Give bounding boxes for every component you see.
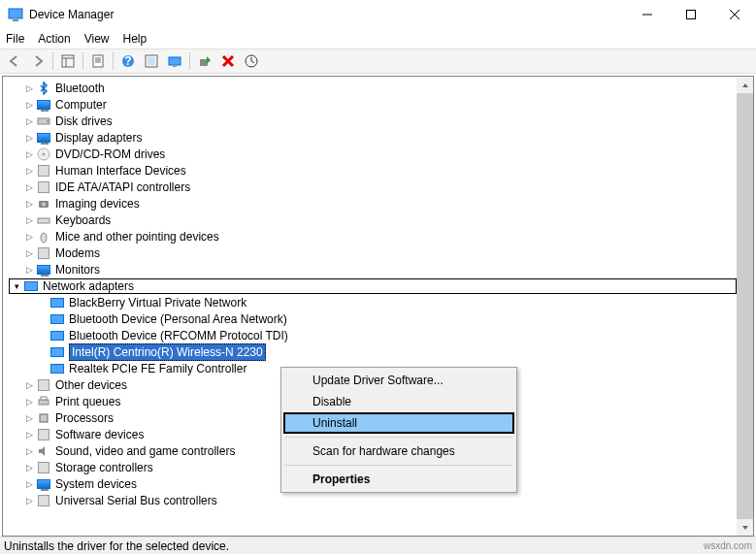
svg-rect-0 — [9, 9, 22, 18]
system-icon — [36, 476, 51, 492]
update-driver-button[interactable] — [241, 50, 262, 72]
menu-action[interactable]: Action — [38, 32, 70, 46]
tree-node-ide[interactable]: ▷IDE ATA/ATAPI controllers — [9, 179, 737, 195]
context-properties[interactable]: Properties — [283, 469, 514, 490]
enable-button[interactable] — [194, 50, 215, 72]
tree-node-dvd[interactable]: ▷DVD/CD-ROM drives — [9, 147, 737, 162]
network-adapter-icon — [49, 311, 65, 327]
tree-item-bt-rfcomm[interactable]: Bluetooth Device (RFCOMM Protocol TDI) — [9, 328, 737, 343]
status-text: Uninstalls the driver for the selected d… — [4, 539, 229, 553]
expand-icon[interactable]: ▷ — [22, 443, 36, 459]
expand-icon[interactable]: ▷ — [22, 229, 36, 244]
properties-button[interactable] — [87, 50, 109, 72]
scan-hardware-button[interactable] — [164, 50, 185, 72]
svg-rect-9 — [93, 55, 103, 67]
hid-icon — [36, 163, 51, 179]
network-adapter-icon — [49, 295, 65, 310]
tree-node-modems[interactable]: ▷Modems — [9, 245, 737, 261]
tree-item-bt-pan[interactable]: Bluetooth Device (Personal Area Network) — [9, 311, 737, 327]
context-uninstall[interactable]: Uninstall — [283, 412, 514, 434]
modem-icon — [36, 245, 51, 261]
menu-view[interactable]: View — [84, 32, 110, 46]
help-button[interactable]: ? — [117, 50, 139, 72]
tree-node-bluetooth[interactable]: ▷Bluetooth — [9, 81, 737, 96]
toolbar: ? — [0, 49, 756, 74]
mouse-icon — [36, 229, 51, 244]
forward-button[interactable] — [27, 50, 49, 72]
ide-icon — [36, 179, 51, 195]
expand-icon[interactable]: ▷ — [22, 130, 36, 146]
scroll-thumb[interactable] — [737, 93, 753, 519]
expand-icon[interactable]: ▷ — [22, 460, 36, 475]
expand-icon[interactable]: ▷ — [22, 196, 36, 212]
context-separator — [285, 437, 512, 438]
close-button[interactable] — [712, 0, 756, 29]
svg-rect-1 — [13, 19, 18, 21]
context-scan-hardware[interactable]: Scan for hardware changes — [283, 440, 514, 462]
tree-node-computer[interactable]: ▷Computer — [9, 97, 737, 113]
svg-rect-18 — [173, 66, 177, 67]
tree-node-disk-drives[interactable]: ▷Disk drives — [9, 114, 737, 129]
toolbar-separator — [113, 52, 114, 70]
expand-icon[interactable]: ▷ — [22, 97, 36, 113]
context-update-driver[interactable]: Update Driver Software... — [283, 370, 514, 391]
title-bar: Device Manager — [0, 0, 756, 29]
svg-text:?: ? — [124, 54, 131, 68]
svg-rect-33 — [40, 414, 48, 422]
expand-icon[interactable]: ▷ — [22, 179, 36, 195]
back-button[interactable] — [4, 50, 25, 72]
show-hide-console-button[interactable] — [57, 50, 79, 72]
menu-bar: File Action View Help — [0, 29, 756, 49]
watermark: wsxdn.com — [704, 540, 752, 551]
expand-icon[interactable]: ▷ — [22, 114, 36, 129]
expand-icon[interactable]: ▷ — [22, 212, 36, 228]
toolbar-separator — [82, 52, 83, 70]
usb-icon — [36, 493, 51, 508]
expand-icon[interactable]: ▷ — [22, 410, 36, 426]
window-title: Device Manager — [29, 8, 625, 21]
tree-node-network-adapters[interactable]: ▾Network adapters — [9, 278, 737, 294]
svg-point-30 — [41, 233, 47, 243]
uninstall-button[interactable] — [217, 50, 239, 72]
network-adapter-icon — [49, 344, 65, 360]
expand-icon[interactable]: ▷ — [22, 394, 36, 409]
minimize-button[interactable] — [625, 0, 669, 29]
computer-icon — [36, 97, 51, 113]
collapse-icon[interactable]: ▾ — [10, 278, 23, 294]
monitor-icon — [36, 262, 51, 277]
vertical-scrollbar[interactable] — [737, 77, 753, 536]
tree-item-blackberry[interactable]: BlackBerry Virtual Private Network — [9, 295, 737, 310]
display-icon — [36, 130, 51, 146]
tree-node-display-adapters[interactable]: ▷Display adapters — [9, 130, 737, 146]
storage-icon — [36, 460, 51, 475]
scroll-up-icon[interactable] — [737, 77, 753, 93]
cpu-icon — [36, 410, 51, 426]
tree-item-intel-wireless[interactable]: Intel(R) Centrino(R) Wireless-N 2230 — [9, 344, 737, 360]
maximize-button[interactable] — [669, 0, 712, 29]
action-button-1[interactable] — [141, 50, 162, 72]
expand-icon[interactable]: ▷ — [22, 81, 36, 96]
expand-icon[interactable]: ▷ — [22, 377, 36, 393]
keyboard-icon — [36, 212, 51, 228]
tree-node-mice[interactable]: ▷Mice and other pointing devices — [9, 229, 737, 244]
status-bar: Uninstalls the driver for the selected d… — [0, 537, 756, 554]
expand-icon[interactable]: ▷ — [22, 476, 36, 492]
expand-icon[interactable]: ▷ — [22, 245, 36, 261]
svg-point-24 — [47, 120, 49, 122]
expand-icon[interactable]: ▷ — [22, 493, 36, 508]
expand-icon[interactable]: ▷ — [22, 147, 36, 162]
context-disable[interactable]: Disable — [283, 391, 514, 412]
tree-node-keyboards[interactable]: ▷Keyboards — [9, 212, 737, 228]
scroll-down-icon[interactable] — [737, 519, 753, 536]
expand-icon[interactable]: ▷ — [22, 262, 36, 277]
menu-help[interactable]: Help — [123, 32, 148, 46]
svg-rect-16 — [148, 57, 155, 65]
tree-node-imaging[interactable]: ▷Imaging devices — [9, 196, 737, 212]
toolbar-separator — [52, 52, 53, 70]
tree-node-monitors[interactable]: ▷Monitors — [9, 262, 737, 277]
menu-file[interactable]: File — [6, 32, 24, 46]
tree-node-usb[interactable]: ▷Universal Serial Bus controllers — [9, 493, 737, 508]
expand-icon[interactable]: ▷ — [22, 427, 36, 442]
tree-node-hid[interactable]: ▷Human Interface Devices — [9, 163, 737, 179]
expand-icon[interactable]: ▷ — [22, 163, 36, 179]
